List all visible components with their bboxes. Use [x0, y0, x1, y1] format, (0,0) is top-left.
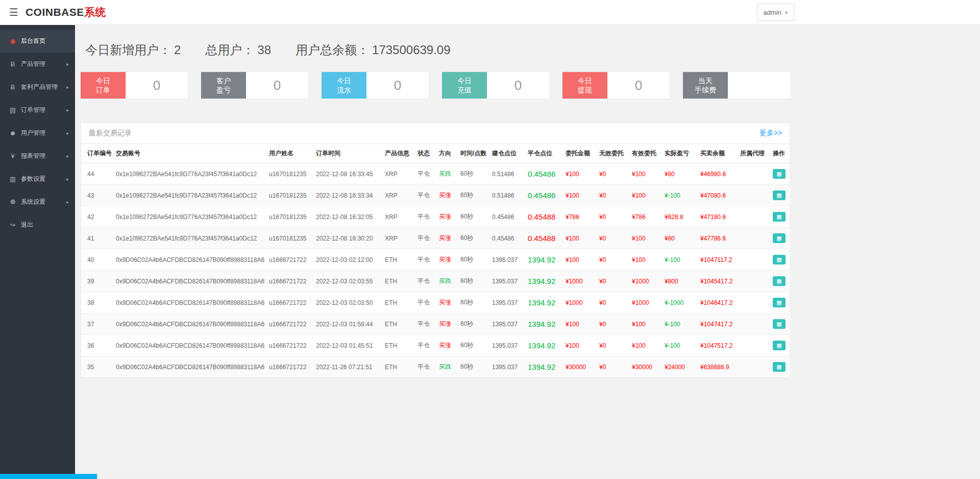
stat-card-today-orders: 今日订单0 [81, 72, 188, 99]
chevron-right-icon: ▸ [66, 107, 69, 113]
stat-card-today-flow: 今日流水0 [322, 72, 429, 99]
cell-profit: ¥24000 [662, 356, 697, 378]
sidebar-item-users[interactable]: ☻用户管理▸ [0, 122, 75, 145]
stat-card-label-line: 充值 [457, 85, 472, 94]
sidebar-item-products[interactable]: Ƀ产品管理▸ [0, 53, 75, 76]
cell-close-price: 0.45486 [525, 163, 562, 185]
stat-card-label-line: 今日 [457, 76, 472, 85]
topbar: ☰ COINBASE系统 admin ▾ [0, 0, 980, 25]
cell-direction: 买涨 [436, 335, 457, 356]
stat-card-label-line: 客户 [216, 76, 231, 85]
cell-status: 平仓 [414, 335, 436, 356]
cell-order-id: 38 [81, 292, 113, 314]
sidebar-item-orders[interactable]: ▤订单管理▸ [0, 99, 75, 122]
stat-card-today-withdraw: 今日提现0 [562, 72, 670, 99]
cell-valid-amount: ¥100 [629, 314, 662, 335]
view-order-button[interactable]: ▦ [773, 212, 786, 222]
user-menu[interactable]: admin ▾ [757, 4, 794, 21]
menu-toggle-icon[interactable]: ☰ [0, 6, 26, 18]
view-order-button[interactable]: ▦ [773, 341, 786, 350]
brand-logo[interactable]: COINBASE系统 [26, 5, 106, 19]
cell-order-time: 2022-12-03 02:03:55 [313, 271, 382, 292]
cell-username: u1670181235 [266, 206, 313, 228]
column-header: 所属代理 [737, 144, 770, 163]
cell-operation: ▦ [770, 292, 790, 314]
cell-agent [737, 314, 770, 335]
cell-close-price: 1394.92 [525, 356, 562, 378]
cell-amount: ¥100 [562, 185, 596, 206]
cell-profit: ¥628.8 [662, 206, 697, 228]
sidebar-item-arbitrage-products[interactable]: Ƀ套利产品管理▸ [0, 76, 75, 99]
cell-profit: ¥-1000 [662, 292, 697, 314]
cell-agent [737, 206, 770, 228]
cell-valid-amount: ¥786 [629, 206, 662, 228]
sidebar-item-logout[interactable]: ↪退出 [0, 213, 75, 236]
stat-card-label-line: 提现 [578, 85, 592, 94]
cell-balance: ¥1047517.2 [697, 335, 737, 356]
more-link[interactable]: 更多>> [760, 129, 782, 138]
cell-invalid-amount: ¥0 [596, 163, 629, 185]
sidebar-item-system[interactable]: ☸系统设置▸ [0, 190, 75, 213]
stat-summary-label: 今日新增用户： [85, 42, 171, 58]
cell-balance: ¥1046417.2 [697, 292, 737, 314]
stat-card-label: 今日充值 [442, 72, 487, 99]
horizontal-scrollbar-thumb[interactable] [0, 474, 97, 479]
cell-open-price: 1395.037 [489, 249, 525, 271]
cell-invalid-amount: ¥0 [596, 228, 629, 249]
cell-agent [737, 292, 770, 314]
cell-account: 0x9D06C02A4b6ACFDBCD826147B090ff89883118… [113, 314, 266, 335]
sidebar-item-reports[interactable]: ¥报表管理▸ [0, 145, 75, 167]
cell-order-time: 2022-12-03 01:58:44 [313, 314, 382, 335]
view-order-button[interactable]: ▦ [773, 233, 786, 243]
stat-card-label: 今日提现 [562, 72, 607, 99]
gears-icon: ☸ [9, 198, 17, 206]
view-order-button[interactable]: ▦ [773, 319, 786, 329]
cell-amount: ¥100 [562, 249, 596, 271]
cell-product: XRP [382, 163, 414, 185]
sidebar-item-label: 产品管理 [21, 60, 45, 68]
view-order-button[interactable]: ▦ [773, 169, 786, 179]
cell-direction: 买涨 [436, 249, 457, 271]
cell-open-price: 1395.037 [489, 335, 525, 356]
cell-invalid-amount: ¥0 [596, 249, 629, 271]
cell-direction: 买跌 [436, 163, 457, 185]
stat-card-value: 0 [487, 72, 549, 99]
cell-open-price: 0.51486 [489, 163, 525, 185]
cell-duration: 60秒 [457, 249, 489, 271]
view-order-button[interactable]: ▦ [773, 298, 786, 307]
cell-operation: ▦ [770, 314, 790, 335]
sidebar-item-parameters[interactable]: ▥参数设置▸ [0, 167, 75, 190]
cell-order-time: 2022-12-08 16:33:45 [313, 163, 382, 185]
cell-amount: ¥1000 [562, 292, 596, 314]
sidebar-item-dashboard[interactable]: ◉后台首页 [0, 30, 75, 53]
trades-table: 订单编号交易账号用户姓名订单时间产品信息状态方向时间/点数建仓点位平仓点位委托金… [81, 143, 790, 378]
cell-valid-amount: ¥1000 [629, 271, 662, 292]
cell-direction: 买涨 [436, 292, 457, 314]
chevron-right-icon: ▸ [66, 199, 69, 205]
cell-close-price: 1394.92 [525, 335, 562, 356]
cell-close-price: 0.45488 [525, 228, 562, 249]
cell-duration: 60秒 [457, 356, 489, 378]
view-order-button[interactable]: ▦ [773, 276, 786, 286]
cell-open-price: 1395.037 [489, 356, 525, 378]
cell-duration: 60秒 [457, 228, 489, 249]
stats-summary: 今日新增用户：2总用户：38用户总余额：173500639.09 [85, 42, 790, 58]
horizontal-scrollbar[interactable] [0, 474, 980, 479]
table-icon: ▦ [776, 171, 781, 177]
stat-card-label-line: 手续费 [695, 85, 716, 94]
cell-operation: ▦ [770, 163, 790, 185]
table-body: 440x1e1096272BAe541fc9D776A23f457f3641a0… [81, 163, 790, 378]
cell-invalid-amount: ¥0 [596, 271, 629, 292]
cell-order-id: 43 [81, 185, 113, 206]
column-header: 建仓点位 [489, 144, 525, 163]
view-order-button[interactable]: ▦ [773, 362, 786, 372]
cell-agent [737, 163, 770, 185]
stat-card-today-fees: 当天手续费 [683, 72, 790, 99]
view-order-button[interactable]: ▦ [773, 190, 786, 200]
view-order-button[interactable]: ▦ [773, 255, 786, 265]
cell-order-id: 40 [81, 249, 113, 271]
stat-summary-label: 用户总余额： [296, 42, 369, 58]
stat-card-label: 客户盈亏 [201, 72, 246, 99]
cell-agent [737, 228, 770, 249]
cell-amount: ¥100 [562, 335, 596, 356]
